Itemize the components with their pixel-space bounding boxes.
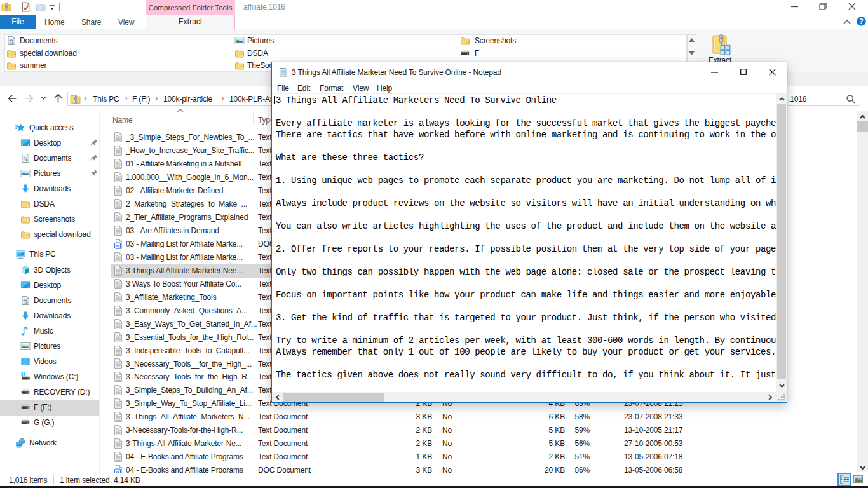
- svg-text:?: ?: [859, 17, 863, 25]
